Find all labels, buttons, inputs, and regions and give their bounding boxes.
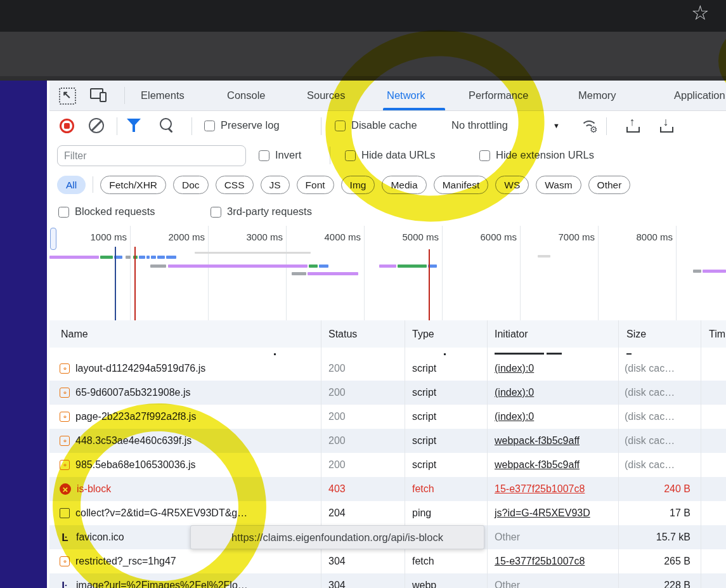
filter-chip-fetchxhr[interactable]: Fetch/XHR (100, 176, 166, 194)
column-header-time[interactable]: Tim (709, 320, 725, 348)
size-cell: 15.7 kB (618, 525, 701, 549)
filter-chip-font[interactable]: Font (297, 176, 334, 194)
waterfall-segment (151, 256, 156, 259)
filter-chip-doc[interactable]: Doc (173, 176, 209, 194)
size-cell: 17 B (618, 501, 701, 525)
column-divider[interactable] (701, 320, 701, 588)
invert-checkbox[interactable] (259, 150, 269, 161)
blocked-requests-label: Blocked requests (75, 206, 155, 218)
script-icon (60, 436, 70, 446)
hide-data-urls-checkbox[interactable] (345, 150, 356, 161)
initiator-link[interactable]: webpack-f3b5c9aff (495, 435, 580, 446)
waterfall-segment (379, 265, 396, 268)
timeline-tick: 7000 ms (531, 232, 595, 242)
initiator-link[interactable]: 15-e377f25b1007c8 (495, 556, 585, 566)
tab-elements[interactable]: Elements (141, 81, 185, 110)
table-row[interactable]: collect?v=2&tid=G-4R5XEV93DT&g… 204 ping… (49, 501, 726, 525)
table-row[interactable]: 65-9d6007a5b321908e.js 200 script (index… (49, 381, 726, 405)
initiator-other: Other (495, 532, 520, 542)
table-row[interactable]: 985.5eba68e106530036.js 200 script webpa… (49, 453, 726, 477)
initiator-link[interactable]: (index):0 (495, 363, 534, 374)
initiator-link[interactable]: 15-e377f25b1007c8 (495, 483, 585, 494)
table-row[interactable]: image?url=%2Fimages%2Fel%2Flo… 304 webp … (49, 573, 726, 588)
column-header-initiator[interactable]: Initiator (495, 320, 528, 348)
clipped-row-mark (626, 353, 632, 355)
export-har-icon[interactable]: ↓ (658, 117, 673, 134)
timeline-overview[interactable]: 1000 ms 2000 ms 3000 ms 4000 ms 5000 ms … (49, 226, 726, 321)
table-row-error[interactable]: is-block 403 fetch 15-e377f25b1007c8 240… (49, 477, 726, 501)
overview-grip[interactable] (50, 228, 56, 250)
column-divider[interactable] (618, 320, 619, 588)
document-icon (60, 508, 70, 518)
script-icon (60, 388, 70, 398)
filter-chip-all[interactable]: All (57, 176, 86, 194)
devtools-tab-bar: Elements Console Sources Network Perform… (49, 81, 726, 111)
import-har-icon[interactable]: ↑ (625, 117, 640, 134)
filter-icon[interactable] (127, 119, 141, 132)
column-header-size[interactable]: Size (626, 320, 646, 348)
disable-cache-checkbox[interactable] (335, 121, 346, 131)
size-cell: 240 B (618, 477, 701, 501)
waterfall-segment (292, 272, 306, 275)
filter-chip-media[interactable]: Media (382, 176, 426, 194)
throttling-dropdown[interactable]: No throttling (451, 119, 508, 131)
initiator-link[interactable]: webpack-f3b5c9aff (495, 459, 580, 470)
filter-chip-ws[interactable]: WS (495, 176, 529, 194)
column-divider[interactable] (487, 320, 488, 588)
initiator-link[interactable]: (index):0 (495, 387, 534, 398)
tab-performance[interactable]: Performance (469, 81, 528, 110)
table-row[interactable]: page-2b223a27f992a2f8.js 200 script (ind… (49, 405, 726, 429)
request-name: image?url=%2Fimages%2Fel%2Flo… (76, 573, 248, 588)
divider (124, 87, 125, 104)
device-toolbar-icon[interactable] (90, 88, 107, 102)
tab-sources[interactable]: Sources (307, 81, 346, 110)
preserve-log-checkbox[interactable] (204, 121, 215, 131)
timeline-tick: 2000 ms (141, 232, 205, 242)
divider (117, 117, 117, 135)
size-cell: (disk cac… (618, 453, 701, 477)
waterfall-segment (166, 256, 176, 259)
webpage-background (0, 81, 47, 588)
table-row[interactable]: restricted?_rsc=1hg47 304 fetch 15-e377f… (49, 549, 726, 573)
filter-chip-manifest[interactable]: Manifest (434, 176, 489, 194)
hide-extension-urls-checkbox[interactable] (479, 150, 490, 161)
column-header-name[interactable]: Name (61, 320, 88, 348)
search-icon[interactable] (160, 118, 172, 130)
tab-memory[interactable]: Memory (578, 81, 616, 110)
network-conditions-icon[interactable]: ⚙ (580, 119, 599, 134)
clear-button[interactable] (89, 118, 104, 133)
table-row[interactable]: 448.3c53ae4e460c639f.js 200 script webpa… (49, 429, 726, 453)
record-button[interactable] (60, 119, 74, 133)
request-filter-row: Blocked requests 3rd-party requests (49, 199, 726, 226)
filter-chip-img[interactable]: Img (341, 176, 375, 194)
size-cell: (disk cac… (618, 429, 701, 453)
tab-console[interactable]: Console (227, 81, 266, 110)
inspect-element-icon[interactable] (59, 88, 76, 105)
filter-chip-css[interactable]: CSS (216, 176, 254, 194)
column-header-type[interactable]: Type (412, 320, 434, 348)
selected-tab-underline (383, 108, 445, 110)
chevron-down-icon[interactable]: ▼ (553, 122, 560, 129)
waterfall-segment (49, 256, 99, 259)
request-name: restricted?_rsc=1hg47 (75, 549, 176, 573)
filter-input[interactable] (57, 145, 246, 166)
timeline-gridline (598, 226, 599, 320)
bookmark-star-icon[interactable]: ☆ (691, 1, 710, 25)
tab-application[interactable]: Application (674, 81, 725, 110)
table-row[interactable]: layout-d1124294a5919d76.js 200 script (i… (49, 356, 726, 381)
filter-chip-wasm[interactable]: Wasm (536, 176, 581, 194)
waterfall-segment (139, 256, 145, 259)
timeline-gridline (208, 226, 209, 320)
initiator-link[interactable]: js?id=G-4R5XEV93D (495, 507, 590, 518)
tab-network[interactable]: Network (387, 81, 425, 110)
timeline-tick: 1000 ms (63, 232, 127, 242)
thirdparty-requests-checkbox[interactable] (211, 207, 221, 218)
initiator-link[interactable]: (index):0 (495, 411, 534, 422)
hide-extension-urls-label: Hide extension URLs (496, 149, 594, 161)
blocked-requests-checkbox[interactable] (58, 207, 69, 218)
filter-chip-other[interactable]: Other (588, 176, 631, 194)
column-header-status[interactable]: Status (328, 320, 357, 348)
status-cell: 200 (321, 381, 405, 405)
script-icon (60, 412, 70, 422)
filter-chip-js[interactable]: JS (261, 176, 290, 194)
